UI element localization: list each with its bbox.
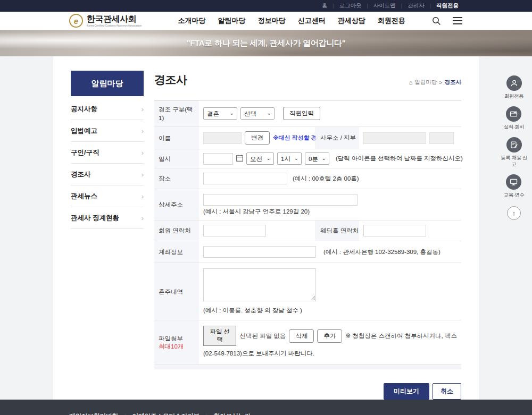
calendar-icon[interactable]: [236, 155, 243, 163]
branch-input[interactable]: [429, 132, 454, 144]
form-row-name: 이름 변경 ※대신 작성할 경우 사용 사무소 / 지부: [154, 127, 461, 149]
field-label: 회원 연락처: [154, 221, 199, 241]
sidebar-item-customs-news[interactable]: 관세뉴스›: [71, 185, 144, 207]
nav-info[interactable]: 정보마당: [258, 16, 286, 26]
nav-notice[interactable]: 알림마당: [218, 16, 246, 26]
staff-input-button[interactable]: 직원입력: [283, 107, 320, 120]
account-input[interactable]: [203, 246, 316, 258]
place-hint: (예시 : 00호텔 2층 00홀): [293, 175, 359, 183]
field-label: 장소: [154, 168, 199, 189]
util-link-sitemap[interactable]: 사이트맵: [368, 2, 401, 10]
cancel-button[interactable]: 취소: [433, 383, 461, 400]
field-label: 혼주내역: [154, 263, 199, 320]
quick-dues[interactable]: 실적·회비: [504, 106, 525, 130]
hour-select[interactable]: 1시: [277, 153, 302, 165]
page-title: 경조사: [154, 72, 187, 87]
main-panel: 경조사 ⌂ 알림마당 > 경조사 경조 구분(택1) 결혼 선택 직원입력: [154, 71, 461, 400]
member-phone-input[interactable]: [203, 225, 266, 236]
place-input[interactable]: [203, 173, 287, 184]
nav-intro[interactable]: 소개마당: [178, 16, 205, 26]
field-label: 이름: [154, 127, 199, 149]
parents-textarea[interactable]: [203, 268, 316, 301]
address-hint: (예시 : 서울시 강남구 언주로 129길 20): [203, 208, 310, 216]
field-label: 일시: [154, 149, 199, 168]
logo-title: 한국관세사회: [87, 15, 142, 23]
sidebar-item-jobs[interactable]: 구인/구직›: [71, 142, 144, 164]
footer-links: 개인정보처리방침| 이메일주소무단수집거부| 찾아오시는길: [69, 412, 463, 415]
venue-phone-input[interactable]: [363, 225, 426, 236]
breadcrumb-current: 경조사: [445, 79, 462, 86]
form-row-category: 경조 구분(택1) 결혼 선택 직원입력: [154, 100, 461, 127]
form-row-account: 계좌정보 (예시 : 관세사은행 102-32589-309, 홍길동): [154, 241, 461, 263]
event-type-select[interactable]: 결혼: [203, 107, 237, 120]
change-name-button[interactable]: 변경: [245, 131, 270, 145]
browser-card-icon: [506, 106, 521, 122]
chevron-right-icon: ›: [142, 192, 144, 200]
scroll-to-top-button[interactable]: ↑: [507, 206, 521, 220]
footer-link-directions[interactable]: 찾아오시는길: [214, 412, 251, 415]
name-input[interactable]: [203, 132, 242, 144]
event-subtype-select[interactable]: 선택: [240, 107, 275, 120]
sidebar-item-legislation[interactable]: 입법예고›: [71, 120, 144, 142]
sidebar-item-family-events[interactable]: 경조사›: [71, 164, 144, 185]
footer-link-email-policy[interactable]: 이메일주소무단수집거부: [132, 412, 200, 415]
nav-members[interactable]: 회원전용: [378, 16, 405, 26]
main-nav: 소개마당 알림마당 정보마당 신고센터 관세상담 회원전용: [165, 16, 418, 26]
file-select-button[interactable]: 파일 선택: [203, 326, 236, 346]
hero-banner: "FTA로 하나 되는 세계, 관세사가 열어갑니다": [0, 30, 532, 56]
search-icon[interactable]: [431, 15, 442, 26]
field-label: 경조 구분(택1): [154, 100, 199, 126]
date-input[interactable]: [203, 153, 233, 165]
delete-file-button[interactable]: 삭제: [289, 329, 314, 343]
breadcrumb-section[interactable]: 알림마당: [414, 79, 437, 86]
family-event-form: 경조 구분(택1) 결혼 선택 직원입력 이름 변경 ※대신 작성할 경우 사용: [154, 100, 461, 369]
form-row-datetime: 일시 오전 1시 0분 (달력 아이콘을 선택하여 날짜를 지정하십시오): [154, 149, 461, 168]
util-link-staff-only[interactable]: 직원전용: [431, 2, 464, 10]
field-label: 계좌정보: [154, 241, 199, 262]
account-hint: (예시 : 관세사은행 102-32589-309, 홍길동): [323, 248, 440, 256]
preview-button[interactable]: 미리보기: [384, 383, 429, 400]
chevron-right-icon: ›: [142, 149, 144, 157]
attachment-note-line2: (02-549-7813)으로 보내주시기 바랍니다.: [203, 350, 314, 358]
chevron-right-icon: ›: [142, 214, 144, 222]
arrow-up-icon: ↑: [512, 209, 516, 217]
nav-report[interactable]: 신고센터: [298, 16, 326, 26]
chevron-right-icon: ›: [142, 105, 144, 113]
quick-registration[interactable]: 등록·채용 신고: [500, 137, 528, 167]
logo-icon: e: [69, 14, 83, 28]
max-files-label: 최대10개: [159, 343, 198, 351]
chevron-right-icon: ›: [142, 127, 144, 135]
minute-select[interactable]: 0분: [305, 153, 329, 165]
sidebar-item-discipline[interactable]: 관세사 징계현황›: [71, 207, 144, 229]
sidebar-item-notice[interactable]: 공지사항›: [71, 98, 144, 120]
field-label: 파일첨부: [159, 335, 198, 343]
ampm-select[interactable]: 오전: [246, 153, 274, 165]
nav-consult[interactable]: 관세상담: [338, 16, 365, 26]
field-label-office: 사무소 / 지부: [315, 127, 359, 149]
office-input[interactable]: [363, 132, 426, 144]
document-edit-icon: [506, 137, 522, 153]
logo[interactable]: e 한국관세사회 Korea Certified Customs Attorne…: [69, 14, 142, 28]
field-label-venue-phone: 웨딩홀 연락처: [315, 221, 359, 241]
content-area: 알림마당 공지사항› 입법예고› 구인/구직› 경조사› 관세뉴스› 관세사 징…: [0, 56, 532, 400]
main-header: e 한국관세사회 Korea Certified Customs Attorne…: [0, 12, 532, 30]
quick-menu: 회원전용 실적·회비 등록·채용 신고 교육·연수 ↑: [500, 75, 528, 220]
hero-slogan: "FTA로 하나 되는 세계, 관세사가 열어갑니다": [186, 38, 345, 48]
form-row-place: 장소 (예시 : 00호텔 2층 00홀): [154, 168, 461, 189]
attachment-note-line1: ※ 청첩장은 스캔하여 첨부하시거나, 팩스: [345, 332, 457, 340]
logo-subtitle: Korea Certified Customs Attorneys Associ…: [87, 24, 142, 27]
footer-link-privacy[interactable]: 개인정보처리방침: [69, 412, 118, 415]
menu-hamburger-icon[interactable]: [452, 15, 463, 26]
address-input[interactable]: [203, 194, 358, 206]
quick-members[interactable]: 회원전용: [504, 75, 523, 99]
quick-education[interactable]: 교육·연수: [504, 174, 525, 198]
home-icon[interactable]: ⌂: [409, 79, 413, 86]
util-link-admin[interactable]: 관리자: [402, 2, 430, 10]
sidebar: 알림마당 공지사항› 입법예고› 구인/구직› 경조사› 관세뉴스› 관세사 징…: [71, 71, 144, 400]
util-link-logout[interactable]: 로그아웃: [334, 2, 367, 10]
table-footer-strip: [154, 365, 461, 369]
sidebar-title: 알림마당: [71, 71, 144, 96]
add-file-button[interactable]: 추가: [317, 329, 342, 343]
util-link-home[interactable]: 홈: [317, 2, 333, 10]
form-row-contacts: 회원 연락처 웨딩홀 연락처: [154, 221, 461, 241]
